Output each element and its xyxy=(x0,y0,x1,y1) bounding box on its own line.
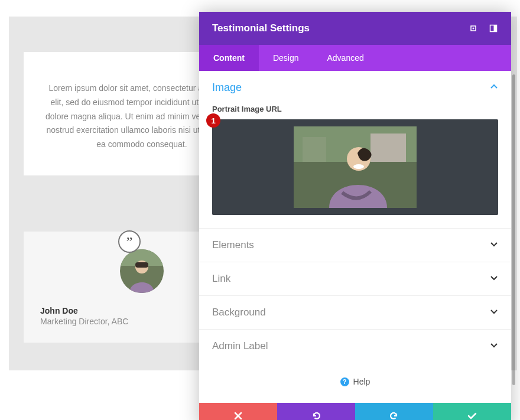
chevron-down-icon xyxy=(490,341,498,351)
field-label-portrait-url: Portrait Image URL xyxy=(199,101,511,119)
svg-rect-10 xyxy=(370,134,406,162)
tab-design[interactable]: Design xyxy=(259,45,313,71)
help-icon: ? xyxy=(340,377,349,386)
tab-advanced[interactable]: Advanced xyxy=(313,45,378,71)
avatar xyxy=(120,249,164,293)
tabs: Content Design Advanced xyxy=(199,45,511,71)
section-elements[interactable]: Elements xyxy=(199,228,511,262)
help-link[interactable]: ? Help xyxy=(199,363,511,403)
section-image-title: Image xyxy=(212,82,242,94)
image-preview-thumbnail xyxy=(294,126,417,208)
quote-icon: ” xyxy=(118,230,141,253)
section-link-title: Link xyxy=(212,273,230,285)
svg-rect-3 xyxy=(135,262,148,268)
panel-body: Image Portrait Image URL 1 xyxy=(199,71,511,403)
panel-header[interactable]: Testimonial Settings xyxy=(199,12,511,45)
chevron-down-icon xyxy=(490,274,498,284)
help-label: Help xyxy=(353,377,370,386)
annotation-marker-1: 1 xyxy=(206,113,220,128)
save-button[interactable] xyxy=(433,403,511,420)
section-link[interactable]: Link xyxy=(199,262,511,295)
image-preview-wrap: 1 xyxy=(212,119,498,215)
panel-header-icons xyxy=(469,24,498,33)
expand-icon[interactable] xyxy=(469,24,478,33)
dock-icon[interactable] xyxy=(489,24,498,33)
section-image-header[interactable]: Image xyxy=(199,71,511,101)
image-preview[interactable] xyxy=(212,119,498,215)
redo-button[interactable] xyxy=(355,403,433,420)
settings-panel: Testimonial Settings Content Design Adva… xyxy=(199,12,511,420)
section-admin-label[interactable]: Admin Label xyxy=(199,329,511,363)
undo-button[interactable] xyxy=(277,403,355,420)
chevron-up-icon xyxy=(490,83,498,93)
section-elements-title: Elements xyxy=(212,239,254,251)
section-background-title: Background xyxy=(212,307,266,318)
cancel-button[interactable] xyxy=(199,403,277,420)
svg-point-13 xyxy=(353,164,364,169)
svg-rect-7 xyxy=(494,25,497,32)
svg-rect-11 xyxy=(303,137,326,162)
chevron-down-icon xyxy=(490,307,498,318)
section-background[interactable]: Background xyxy=(199,295,511,329)
panel-actions xyxy=(199,403,511,420)
scrollbar[interactable] xyxy=(512,74,515,385)
chevron-down-icon xyxy=(490,240,498,250)
section-admin-label-title: Admin Label xyxy=(212,340,268,352)
panel-title: Testimonial Settings xyxy=(212,22,310,34)
tab-content[interactable]: Content xyxy=(199,45,259,71)
svg-point-5 xyxy=(473,28,474,30)
